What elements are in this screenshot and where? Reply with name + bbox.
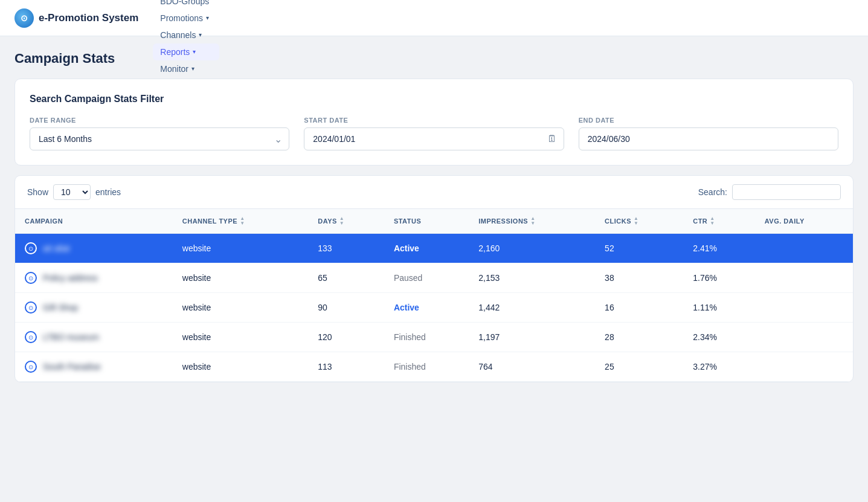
- cell-campaign-1: ⊙ait aliat: [15, 234, 173, 263]
- cell-campaign-2: ⊙Policy address: [15, 263, 173, 293]
- date-range-select[interactable]: Last 6 Months: [30, 127, 289, 150]
- col-header-clicks[interactable]: CLICKS▲▼: [595, 209, 683, 234]
- cell-clicks-1: 52: [595, 234, 683, 263]
- cell-channel_type-4: website: [173, 323, 309, 352]
- entries-label: entries: [95, 187, 121, 197]
- sort-icon-impressions[interactable]: ▲▼: [530, 216, 535, 226]
- cell-ctr-2: 1.76%: [683, 263, 755, 293]
- cell-ctr-4: 2.34%: [683, 323, 755, 352]
- chevron-down-icon: ▾: [193, 48, 196, 55]
- campaign-icon: ⊙: [25, 331, 37, 343]
- cell-channel_type-3: website: [173, 293, 309, 323]
- date-range-label: DATE RANGE: [30, 117, 289, 124]
- nav-item-monitor[interactable]: Monitor ▾: [153, 60, 219, 77]
- start-date-input[interactable]: [304, 127, 564, 150]
- nav-item-promotions[interactable]: Promotions ▾: [153, 10, 219, 27]
- cell-days-5: 113: [308, 352, 384, 382]
- table-body: ⊙ait aliatwebsite133Active2,160522.41%⊙P…: [15, 234, 853, 382]
- start-date-label: START DATE: [304, 117, 564, 124]
- search-input[interactable]: [732, 184, 841, 200]
- status-badge: Active: [394, 303, 419, 312]
- campaign-name: LTBO museum: [43, 332, 99, 342]
- table-row[interactable]: ⊙South Paradisewebsite113Finished764253.…: [15, 352, 853, 382]
- cell-clicks-4: 28: [595, 323, 683, 352]
- filter-card: Search Campaign Stats Filter DATE RANGE …: [14, 79, 854, 166]
- nav-item-bdo-groups[interactable]: BDO-Groups: [153, 0, 219, 10]
- app-logo[interactable]: ⊙ e-Promotion System: [14, 8, 138, 28]
- table-header-row: CAMPAIGNCHANNEL TYPE▲▼DAYS▲▼STATUSIMPRES…: [15, 209, 853, 234]
- campaign-table: CAMPAIGNCHANNEL TYPE▲▼DAYS▲▼STATUSIMPRES…: [15, 209, 853, 382]
- chevron-down-icon: ▾: [199, 31, 202, 38]
- cell-campaign-5: ⊙South Paradise: [15, 352, 173, 382]
- col-label-channel_type: CHANNEL TYPE: [182, 217, 237, 225]
- col-header-days[interactable]: DAYS▲▼: [308, 209, 384, 234]
- chevron-down-icon: ▾: [206, 14, 209, 21]
- nav-item-reports[interactable]: Reports ▾: [153, 43, 219, 60]
- cell-avg_daily-3: [755, 293, 853, 323]
- status-badge: Paused: [394, 273, 422, 283]
- cell-clicks-2: 38: [595, 263, 683, 293]
- col-label-campaign: CAMPAIGN: [25, 217, 63, 225]
- table-row[interactable]: ⊙Policy addresswebsite65Paused2,153381.7…: [15, 263, 853, 293]
- cell-impressions-5: 764: [469, 352, 595, 382]
- cell-ctr-3: 1.11%: [683, 293, 755, 323]
- campaign-name: Gift Shop: [43, 303, 78, 312]
- table-header: CAMPAIGNCHANNEL TYPE▲▼DAYS▲▼STATUSIMPRES…: [15, 209, 853, 234]
- col-header-status: STATUS: [384, 209, 469, 234]
- show-label: Show: [27, 187, 48, 197]
- campaign-icon: ⊙: [25, 361, 37, 373]
- sort-icon-ctr[interactable]: ▲▼: [710, 216, 715, 226]
- col-header-channel_type[interactable]: CHANNEL TYPE▲▼: [173, 209, 309, 234]
- page-title: Campaign Stats: [14, 51, 854, 66]
- sort-icon-days[interactable]: ▲▼: [339, 216, 344, 226]
- col-header-avg_daily: AVG. DAILY: [755, 209, 853, 234]
- table-row[interactable]: ⊙Gift Shopwebsite90Active1,442161.11%: [15, 293, 853, 323]
- col-label-ctr: CTR: [693, 217, 707, 225]
- end-date-input[interactable]: [579, 127, 838, 150]
- end-date-label: END DATE: [579, 117, 838, 124]
- campaign-name: Policy address: [43, 273, 98, 283]
- status-badge: Finished: [394, 332, 426, 342]
- campaign-name: South Paradise: [43, 362, 101, 372]
- nav-item-channels[interactable]: Channels ▾: [153, 27, 219, 43]
- entries-select[interactable]: 102550100: [53, 184, 91, 200]
- col-header-campaign: CAMPAIGN: [15, 209, 173, 234]
- start-date-wrapper: 🗓: [304, 127, 564, 150]
- date-range-wrapper: Last 6 Months: [30, 127, 289, 150]
- cell-impressions-2: 2,153: [469, 263, 595, 293]
- table-top-controls: Show 102550100 entries Search:: [15, 176, 853, 209]
- cell-campaign-3: ⊙Gift Shop: [15, 293, 173, 323]
- nav-items: Dashboards ▾Admin ▾BDO-GroupsPromotions …: [153, 0, 219, 77]
- cell-channel_type-5: website: [173, 352, 309, 382]
- filter-grid: DATE RANGE Last 6 Months START DATE 🗓 EN…: [30, 117, 838, 150]
- cell-impressions-4: 1,197: [469, 323, 595, 352]
- cell-clicks-3: 16: [595, 293, 683, 323]
- cell-status-4: Finished: [384, 323, 469, 352]
- cell-campaign-4: ⊙LTBO museum: [15, 323, 173, 352]
- cell-status-3: Active: [384, 293, 469, 323]
- sort-icon-clicks[interactable]: ▲▼: [634, 216, 638, 226]
- campaign-name: ait aliat: [43, 243, 69, 253]
- col-header-impressions[interactable]: IMPRESSIONS▲▼: [469, 209, 595, 234]
- status-badge: Finished: [394, 362, 426, 372]
- cell-impressions-1: 2,160: [469, 234, 595, 263]
- col-label-status: STATUS: [394, 217, 421, 225]
- cell-channel_type-2: website: [173, 263, 309, 293]
- col-header-ctr[interactable]: CTR▲▼: [683, 209, 755, 234]
- logo-icon: ⊙: [14, 8, 34, 28]
- cell-status-1: Active: [384, 234, 469, 263]
- start-date-field: START DATE 🗓: [304, 117, 564, 150]
- cell-status-5: Finished: [384, 352, 469, 382]
- show-entries-control: Show 102550100 entries: [27, 184, 121, 200]
- end-date-wrapper: [579, 127, 838, 150]
- campaign-icon: ⊙: [25, 242, 37, 254]
- table-row[interactable]: ⊙LTBO museumwebsite120Finished1,197282.3…: [15, 323, 853, 352]
- cell-avg_daily-4: [755, 323, 853, 352]
- sort-icon-channel_type[interactable]: ▲▼: [240, 216, 245, 226]
- search-control: Search:: [698, 184, 841, 200]
- app-name: e-Promotion System: [39, 12, 138, 24]
- table-row[interactable]: ⊙ait aliatwebsite133Active2,160522.41%: [15, 234, 853, 263]
- campaign-icon: ⊙: [25, 272, 37, 284]
- cell-impressions-3: 1,442: [469, 293, 595, 323]
- end-date-field: END DATE: [579, 117, 838, 150]
